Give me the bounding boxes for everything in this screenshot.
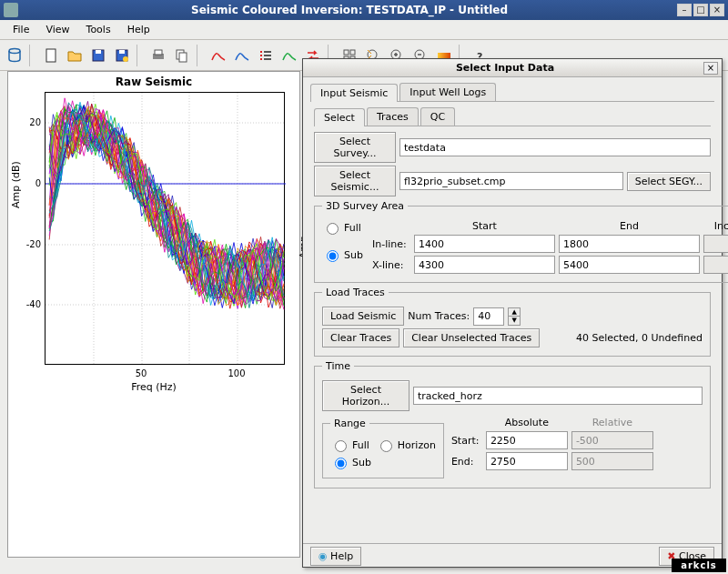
save-as-icon[interactable] — [111, 45, 133, 66]
svg-rect-17 — [344, 50, 349, 55]
window-title: Seismic Coloured Inversion: TESTDATA_IP … — [24, 4, 675, 16]
range-sub-radio[interactable] — [335, 458, 347, 469]
spin-down-icon[interactable]: ▼ — [509, 317, 520, 325]
print-icon[interactable] — [147, 45, 169, 66]
survey-area-group: 3D Survey Area Full Sub Start End Inc — [314, 200, 728, 283]
time-end-rel-field — [571, 452, 653, 470]
maximize-button[interactable]: □ — [693, 4, 708, 16]
close-window-button[interactable]: × — [710, 4, 724, 16]
svg-rect-15 — [260, 58, 262, 60]
chart-ylabel: Amp (dB) — [10, 161, 22, 208]
time-legend: Time — [322, 360, 354, 372]
xtick: 100 — [228, 368, 245, 378]
inc-header: Inc — [703, 220, 728, 232]
svg-rect-13 — [260, 55, 262, 56]
svg-rect-14 — [264, 55, 271, 56]
spectrum-blue-icon[interactable] — [231, 45, 253, 66]
menubar: File View Tools Help — [0, 20, 728, 40]
survey-field[interactable] — [399, 138, 711, 156]
spectrum-red-icon[interactable] — [207, 45, 229, 66]
help-button[interactable]: ◉ Help — [310, 547, 361, 566]
inline-start-field[interactable] — [414, 235, 555, 253]
list-icon[interactable] — [255, 45, 277, 66]
inline-label: In-line: — [372, 238, 410, 250]
db-icon[interactable] — [4, 45, 25, 66]
svg-rect-10 — [179, 53, 187, 62]
spectrum-green-icon[interactable] — [278, 45, 300, 66]
footer-logo: arkcls — [672, 559, 726, 572]
load-seismic-button[interactable]: Load Seismic — [322, 307, 404, 326]
select-horizon-button[interactable]: Select Horizon... — [322, 380, 410, 411]
svg-rect-5 — [119, 50, 125, 54]
area-full-radio[interactable] — [327, 223, 339, 235]
select-segy-button[interactable]: Select SEGY... — [627, 172, 711, 191]
minimize-button[interactable]: – — [677, 4, 692, 16]
svg-point-0 — [9, 48, 20, 53]
seismic-file-field[interactable] — [399, 172, 623, 190]
svg-rect-18 — [350, 50, 355, 55]
menu-tools[interactable]: Tools — [79, 22, 118, 37]
menu-help[interactable]: Help — [120, 22, 157, 37]
range-full-radio[interactable] — [335, 440, 347, 452]
inline-inc-field[interactable] — [703, 235, 728, 253]
svg-rect-11 — [260, 51, 262, 53]
time-end-label: End: — [451, 456, 482, 468]
dialog-close-icon[interactable]: × — [703, 62, 718, 75]
num-traces-field[interactable] — [473, 307, 504, 326]
time-end-abs-field[interactable] — [486, 452, 568, 470]
survey-area-legend: 3D Survey Area — [322, 200, 408, 212]
area-sub-label: Sub — [344, 249, 363, 261]
app-icon — [4, 3, 18, 17]
inline-end-field[interactable] — [559, 235, 700, 253]
chart-xlabel: Freq (Hz) — [8, 381, 299, 393]
menu-file[interactable]: File — [5, 22, 36, 37]
xline-inc-field[interactable] — [703, 256, 728, 274]
ytick: -40 — [23, 299, 41, 309]
clear-traces-button[interactable]: Clear Traces — [322, 328, 399, 347]
main-area: Raw Seismic Amp (dB) Amp Freq (Hz) 20 0 — [0, 71, 728, 556]
horizon-field[interactable] — [413, 387, 703, 405]
svg-rect-24 — [438, 53, 450, 58]
tab-input-seismic[interactable]: Input Seismic — [310, 84, 398, 102]
select-input-data-dialog: Select Input Data × Input Seismic Input … — [302, 58, 723, 568]
tab-input-well-logs[interactable]: Input Well Logs — [399, 83, 496, 101]
menu-view[interactable]: View — [38, 22, 76, 37]
chart-plot-area[interactable] — [45, 92, 285, 365]
dialog-title: Select Input Data — [307, 62, 703, 74]
outer-tabs: Input Seismic Input Well Logs — [310, 83, 714, 102]
range-full-label: Full — [352, 439, 369, 451]
xline-label: X-line: — [372, 259, 410, 271]
xtick: 50 — [136, 368, 147, 378]
tab-qc[interactable]: QC — [420, 107, 455, 126]
svg-rect-12 — [264, 51, 271, 53]
select-survey-button[interactable]: Select Survey... — [314, 132, 396, 163]
range-horizon-radio[interactable] — [380, 440, 392, 452]
spin-up-icon[interactable]: ▲ — [509, 308, 520, 317]
xline-end-field[interactable] — [559, 256, 700, 274]
load-traces-group: Load Traces Load Seismic Num Traces: ▲ ▼… — [314, 287, 711, 357]
xline-start-field[interactable] — [414, 256, 555, 274]
time-start-abs-field[interactable] — [486, 431, 568, 449]
tab-traces[interactable]: Traces — [367, 107, 419, 126]
traces-status: 40 Selected, 0 Undefined — [543, 332, 703, 344]
range-horizon-label: Horizon — [398, 439, 436, 451]
window-titlebar: Seismic Coloured Inversion: TESTDATA_IP … — [0, 0, 728, 20]
new-icon[interactable] — [40, 45, 62, 66]
svg-rect-16 — [264, 58, 271, 60]
separator — [136, 45, 144, 66]
dialog-titlebar: Select Input Data × — [303, 59, 722, 77]
tab-select[interactable]: Select — [314, 108, 365, 126]
svg-point-6 — [123, 56, 128, 62]
copy-icon[interactable] — [171, 45, 193, 66]
select-seismic-button[interactable]: Select Seismic... — [314, 166, 396, 196]
help-label: Help — [330, 550, 353, 562]
chart-title: Raw Seismic — [8, 72, 299, 88]
time-group: Time Select Horizon... Range Full Horizo… — [314, 360, 711, 488]
clear-unselected-button[interactable]: Clear Unselected Traces — [403, 328, 540, 347]
time-start-label: Start: — [451, 435, 482, 447]
save-icon[interactable] — [87, 45, 109, 66]
end-header: End — [559, 220, 700, 232]
area-sub-radio[interactable] — [327, 250, 339, 262]
open-icon[interactable] — [64, 45, 86, 66]
absolute-header: Absolute — [486, 417, 568, 428]
